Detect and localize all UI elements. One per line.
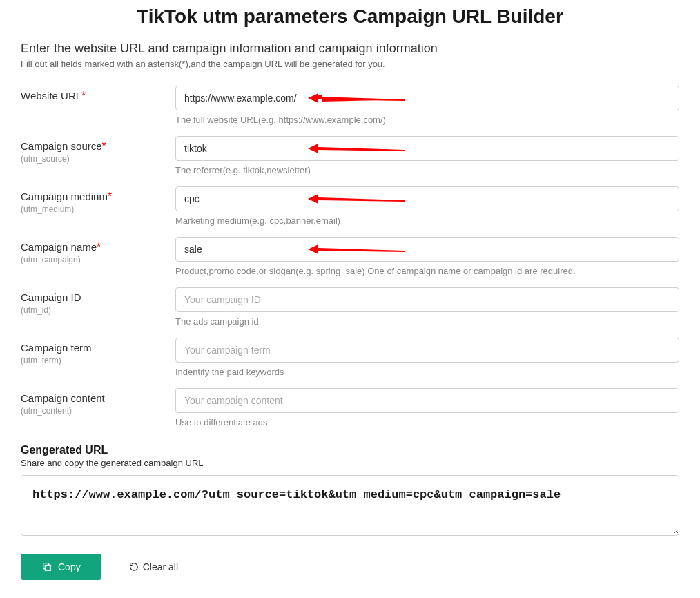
label-col: Campaign term (utm_term) bbox=[21, 338, 175, 365]
label-col: Campaign ID (utm_id) bbox=[21, 287, 175, 315]
intro-sub: Fill out all fields marked with an aster… bbox=[21, 59, 679, 69]
page-title: TikTok utm parameters Campaign URL Build… bbox=[21, 0, 679, 41]
row-campaign-source: Campaign source* (utm_source) The referr… bbox=[21, 136, 679, 180]
campaign-id-input[interactable] bbox=[175, 287, 679, 312]
campaign-name-helper: Product,promo code,or slogan(e.g. spring… bbox=[175, 266, 679, 276]
label-col: Campaign medium* (utm_medium) bbox=[21, 186, 175, 214]
campaign-name-label: Campaign name bbox=[21, 241, 97, 253]
campaign-medium-label: Campaign medium bbox=[21, 191, 108, 202]
website-url-label: Website URL bbox=[21, 90, 81, 102]
campaign-id-sub: (utm_id) bbox=[21, 305, 175, 315]
campaign-term-helper: Indentify the paid keywords bbox=[175, 367, 679, 377]
generated-title: Gengerated URL bbox=[21, 444, 679, 456]
required-star: * bbox=[102, 140, 106, 152]
row-campaign-id: Campaign ID (utm_id) The ads campaign id… bbox=[21, 287, 679, 331]
input-col: Product,promo code,or slogan(e.g. spring… bbox=[175, 237, 679, 280]
website-url-input[interactable] bbox=[175, 86, 679, 110]
campaign-content-label: Campaign content bbox=[21, 392, 105, 404]
label-col: Campaign source* (utm_source) bbox=[21, 136, 175, 164]
campaign-name-sub: (utm_campaign) bbox=[21, 255, 175, 264]
row-campaign-content: Campaign content (utm_content) Use to di… bbox=[21, 388, 679, 432]
intro-heading: Enter the website URL and campaign infor… bbox=[21, 41, 679, 56]
campaign-id-helper: The ads campaign id. bbox=[175, 316, 679, 327]
campaign-term-input[interactable] bbox=[175, 338, 679, 363]
website-url-helper: The full website URL(e.g. https://www.ex… bbox=[175, 115, 679, 125]
campaign-source-input[interactable] bbox=[175, 136, 679, 161]
campaign-term-sub: (utm_term) bbox=[21, 356, 175, 365]
campaign-medium-sub: (utm_medium) bbox=[21, 204, 175, 214]
campaign-content-input[interactable] bbox=[175, 388, 679, 413]
input-col: The ads campaign id. bbox=[175, 287, 679, 331]
input-col: The referrer(e.g. tiktok,newsletter) bbox=[175, 136, 679, 180]
campaign-medium-input[interactable] bbox=[175, 186, 679, 211]
refresh-icon bbox=[129, 562, 139, 572]
row-campaign-medium: Campaign medium* (utm_medium) Marketing … bbox=[21, 186, 679, 230]
required-star: * bbox=[108, 191, 112, 202]
campaign-id-label: Campaign ID bbox=[21, 291, 81, 303]
generated-sub: Share and copy the generated campaign UR… bbox=[21, 458, 679, 468]
campaign-term-label: Campaign term bbox=[21, 342, 92, 354]
label-col: Campaign name* (utm_campaign) bbox=[21, 237, 175, 264]
campaign-name-input[interactable] bbox=[175, 237, 679, 262]
generated-url-output[interactable] bbox=[21, 475, 679, 536]
campaign-source-helper: The referrer(e.g. tiktok,newsletter) bbox=[175, 165, 679, 175]
input-col: Use to differentiate ads bbox=[175, 388, 679, 432]
campaign-content-helper: Use to differentiate ads bbox=[175, 417, 679, 427]
row-campaign-name: Campaign name* (utm_campaign) Product,pr… bbox=[21, 237, 679, 280]
svg-rect-0 bbox=[45, 565, 50, 570]
url-builder-form: TikTok utm parameters Campaign URL Build… bbox=[0, 0, 700, 598]
copy-button[interactable]: Copy bbox=[21, 554, 101, 580]
generated-section: Gengerated URL Share and copy the genera… bbox=[21, 444, 679, 539]
action-row: Copy Clear all bbox=[21, 554, 679, 580]
row-website-url: Website URL* The full website URL(e.g. h… bbox=[21, 86, 679, 129]
campaign-source-sub: (utm_source) bbox=[21, 154, 175, 164]
campaign-content-sub: (utm_content) bbox=[21, 406, 175, 416]
required-star: * bbox=[81, 90, 86, 102]
clear-all-link[interactable]: Clear all bbox=[129, 561, 178, 572]
input-col: The full website URL(e.g. https://www.ex… bbox=[175, 86, 679, 129]
label-col: Website URL* bbox=[21, 86, 175, 102]
row-campaign-term: Campaign term (utm_term) Indentify the p… bbox=[21, 338, 679, 381]
copy-icon bbox=[41, 561, 52, 572]
clear-all-label: Clear all bbox=[143, 561, 178, 572]
input-col: Marketing medium(e.g. cpc,banner,email) bbox=[175, 186, 679, 230]
required-star: * bbox=[97, 241, 101, 253]
input-col: Indentify the paid keywords bbox=[175, 338, 679, 381]
copy-button-label: Copy bbox=[58, 561, 81, 572]
campaign-medium-helper: Marketing medium(e.g. cpc,banner,email) bbox=[175, 215, 679, 226]
campaign-source-label: Campaign source bbox=[21, 140, 102, 152]
label-col: Campaign content (utm_content) bbox=[21, 388, 175, 416]
